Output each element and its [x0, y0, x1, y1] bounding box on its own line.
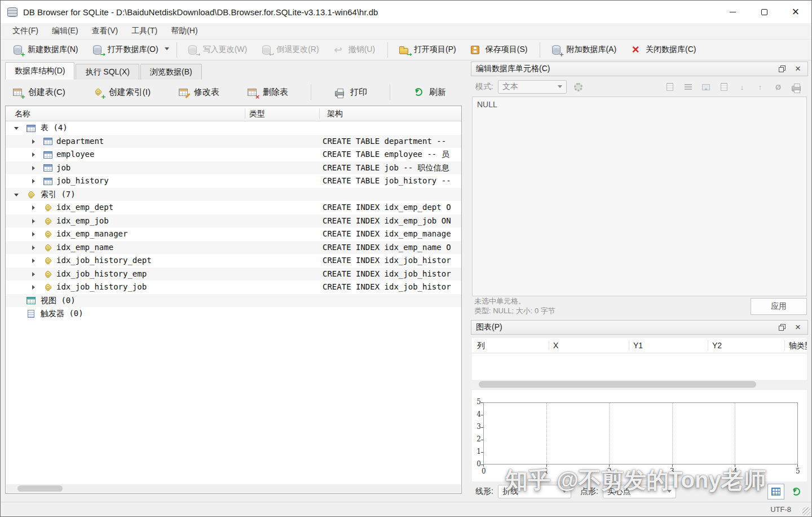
- tree-row-idx-emp-dept[interactable]: idx_emp_dept CREATE INDEX idx_emp_dept O: [6, 201, 461, 214]
- close-button[interactable]: [780, 1, 811, 23]
- float-panel-button[interactable]: [777, 64, 787, 74]
- tree-row-job[interactable]: job CREATE TABLE job -- 职位信息: [6, 161, 461, 175]
- resize-grip[interactable]: [802, 507, 810, 515]
- import-cell-button[interactable]: [735, 80, 749, 94]
- tree-group-triggers[interactable]: 触发器 (0): [6, 307, 461, 321]
- apply-button[interactable]: 应用: [751, 298, 807, 315]
- open-project-button[interactable]: 打开项目(P): [392, 41, 462, 58]
- scrollbar-thumb[interactable]: [479, 381, 756, 388]
- word-wrap-button[interactable]: [681, 80, 695, 94]
- tree-row-idx-emp-job[interactable]: idx_emp_job CREATE INDEX idx_emp_job ON: [6, 214, 461, 228]
- tree-group-views[interactable]: 视图 (0): [6, 294, 461, 308]
- tree-row-employee[interactable]: employee CREATE TABLE employee -- 员: [6, 148, 461, 161]
- tree-item-name: employee: [56, 148, 94, 161]
- float-icon: [779, 67, 784, 72]
- chevron-right-icon[interactable]: [30, 257, 36, 264]
- new-database-button[interactable]: 新建数据库(N): [6, 41, 83, 58]
- point-shape-combobox[interactable]: 实心点: [603, 485, 676, 498]
- revert-changes-button[interactable]: 倒退更改(R): [255, 41, 324, 58]
- undo-button[interactable]: 撤销(U): [327, 41, 381, 58]
- close-panel-button[interactable]: [793, 322, 803, 332]
- write-changes-button[interactable]: 写入更改(W): [182, 41, 253, 58]
- minimize-button[interactable]: [717, 1, 748, 23]
- y-tick-label: 3: [473, 423, 481, 431]
- chevron-down-icon[interactable]: [14, 191, 19, 198]
- tree-group-tables[interactable]: 表 (4): [6, 121, 461, 135]
- chevron-right-icon[interactable]: [30, 178, 36, 185]
- column-header-schema[interactable]: 架构: [327, 106, 343, 121]
- revert-changes-icon: [261, 44, 272, 55]
- chart-col-column[interactable]: 列: [477, 338, 485, 353]
- scrollbar-thumb[interactable]: [17, 485, 63, 492]
- menu-view[interactable]: 查看(V): [86, 24, 125, 38]
- menu-tools[interactable]: 工具(T): [125, 24, 164, 38]
- tree-row-idx-job-history-dept[interactable]: idx_job_history_dept CREATE INDEX idx_jo…: [6, 254, 461, 268]
- tree-row-idx-job-history-emp[interactable]: idx_job_history_emp CREATE INDEX idx_job…: [6, 268, 461, 281]
- tree-row-idx-emp-manager[interactable]: idx_emp_manager CREATE INDEX idx_emp_man…: [6, 227, 461, 241]
- close-panel-button[interactable]: [793, 64, 803, 74]
- refresh-button[interactable]: 刷新: [408, 83, 451, 101]
- attach-database-button[interactable]: 附加数据库(A): [545, 41, 622, 58]
- close-database-button[interactable]: 关闭数据库(C): [624, 41, 701, 58]
- tree-item-schema: CREATE INDEX idx_emp_name O: [323, 241, 460, 255]
- tree-item-schema: CREATE TABLE job_history --: [323, 174, 460, 188]
- auto-mode-settings-button[interactable]: [571, 80, 586, 94]
- chevron-down-icon[interactable]: [14, 125, 19, 132]
- column-header-type[interactable]: 类型: [249, 106, 265, 121]
- chart-panel-titlebar: 图表(P): [471, 320, 808, 335]
- chevron-right-icon[interactable]: [30, 151, 36, 158]
- menu-edit[interactable]: 编辑(E): [46, 24, 85, 38]
- load-all-data-button[interactable]: [789, 485, 804, 498]
- modify-table-button[interactable]: 修改表: [173, 83, 224, 101]
- float-panel-button[interactable]: [777, 322, 787, 332]
- create-table-button[interactable]: 创建表(C): [7, 83, 70, 101]
- chart-col-y2[interactable]: Y2: [712, 338, 722, 353]
- menu-file[interactable]: 文件(F): [6, 24, 45, 38]
- tree-row-idx-job-history-job[interactable]: idx_job_history_job CREATE INDEX idx_job…: [6, 281, 461, 294]
- column-header-name[interactable]: 名称: [15, 106, 30, 121]
- print-cell-button[interactable]: [789, 80, 804, 94]
- create-index-button[interactable]: 创建索引(I): [88, 83, 155, 101]
- copy-cell-button[interactable]: [717, 80, 731, 94]
- line-type-combobox[interactable]: 折线: [498, 485, 571, 498]
- chevron-right-icon[interactable]: [30, 204, 36, 211]
- save-chart-image-button[interactable]: [767, 484, 784, 500]
- chart-col-y1[interactable]: Y1: [633, 338, 643, 353]
- cell-content-editor[interactable]: NULL: [472, 97, 807, 296]
- chevron-right-icon[interactable]: [30, 218, 36, 225]
- line-type-label: 线形:: [475, 487, 493, 497]
- chevron-right-icon[interactable]: [30, 244, 36, 251]
- tree-row-job-history[interactable]: job_history CREATE TABLE job_history --: [6, 174, 461, 188]
- tab-browse-data[interactable]: 浏览数据(B): [140, 64, 202, 80]
- open-database-button[interactable]: 打开数据库(O): [86, 41, 164, 58]
- open-database-dropdown[interactable]: [163, 42, 171, 57]
- set-null-button[interactable]: [771, 80, 785, 94]
- chevron-right-icon[interactable]: [30, 271, 36, 278]
- delete-table-button[interactable]: 删除表: [242, 83, 293, 101]
- horizontal-scrollbar[interactable]: [472, 380, 807, 389]
- chevron-right-icon[interactable]: [30, 284, 36, 291]
- y-tick-label: 0: [473, 460, 481, 468]
- tree-row-idx-emp-name[interactable]: idx_emp_name CREATE INDEX idx_emp_name O: [6, 241, 461, 255]
- chevron-right-icon[interactable]: [30, 138, 36, 145]
- tab-execute-sql[interactable]: 执行 SQL(X): [76, 64, 139, 80]
- tree-row-department[interactable]: department CREATE TABLE department --: [6, 135, 461, 148]
- print-button[interactable]: 打印: [329, 83, 372, 101]
- save-project-button[interactable]: 保存项目(S): [464, 41, 533, 58]
- tree-item-schema: CREATE TABLE employee -- 员: [323, 148, 460, 161]
- horizontal-scrollbar[interactable]: [6, 484, 461, 493]
- maximize-button[interactable]: [748, 1, 780, 23]
- menu-help[interactable]: 帮助(H): [165, 24, 204, 38]
- mode-combobox[interactable]: 文本: [498, 80, 567, 94]
- chart-col-x[interactable]: X: [553, 338, 558, 353]
- text-document-button[interactable]: [663, 80, 677, 94]
- toolbar-separator: [387, 42, 388, 58]
- chevron-right-icon[interactable]: [30, 165, 36, 172]
- chart-col-axis-type[interactable]: 轴类型: [789, 338, 807, 353]
- image-view-button[interactable]: [699, 80, 713, 94]
- chevron-right-icon[interactable]: [30, 231, 36, 238]
- tree-group-indices[interactable]: 索引 (7): [6, 188, 461, 201]
- export-cell-button[interactable]: [753, 80, 767, 94]
- x-tick-label: 4: [733, 467, 738, 475]
- tab-database-structure[interactable]: 数据库结构(D): [5, 62, 74, 80]
